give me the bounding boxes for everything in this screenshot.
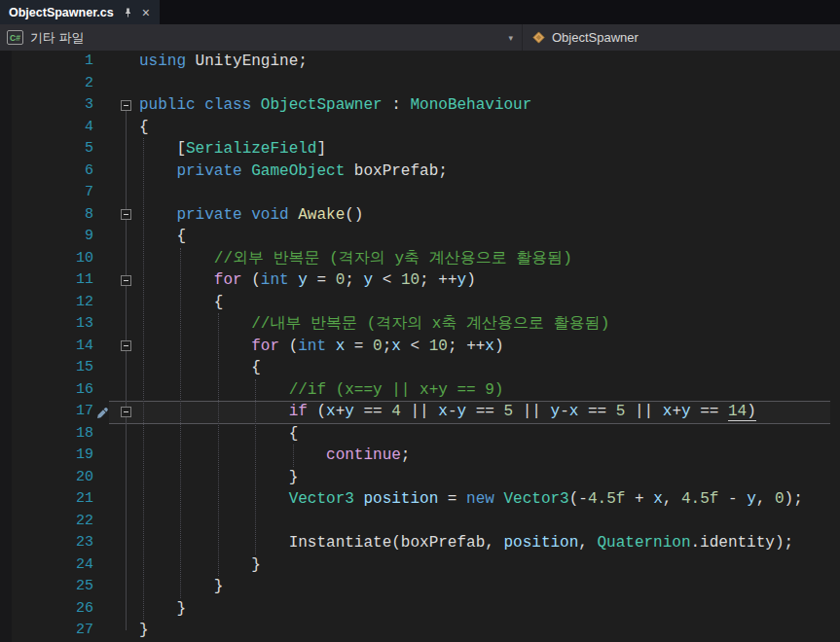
fold-toggle[interactable]	[121, 209, 131, 220]
vs-editor-window: ObjectSpawner.cs × C# 기타 파일 ▾ ObjectSpaw…	[0, 0, 840, 642]
code-text: }	[139, 576, 223, 598]
line-number[interactable]: 16	[14, 379, 93, 402]
code-editor[interactable]: 1using UnityEngine;23public class Object…	[0, 51, 840, 642]
class-icon	[531, 30, 546, 45]
code-lines: 1using UnityEngine;23public class Object…	[0, 51, 840, 642]
fold-toggle[interactable]	[121, 275, 131, 286]
line-number[interactable]: 11	[14, 269, 93, 292]
line-number[interactable]: 17	[14, 401, 93, 423]
code-text: for (int y = 0; y < 10; ++y)	[139, 269, 476, 292]
code-text: Instantiate(boxPrefab, position, Quatern…	[139, 532, 793, 554]
tab-title: ObjectSpawner.cs	[9, 6, 114, 19]
tab-objectspawner[interactable]: ObjectSpawner.cs ×	[0, 0, 160, 24]
pin-icon[interactable]	[123, 7, 133, 18]
project-name: 기타 파일	[30, 29, 85, 47]
code-text: using UnityEngine;	[139, 51, 308, 73]
line-number[interactable]: 24	[14, 554, 93, 577]
fold-toggle[interactable]	[121, 100, 131, 111]
line-number[interactable]: 4	[14, 117, 93, 139]
type-name: ObjectSpawner	[552, 30, 639, 45]
tab-bar: ObjectSpawner.cs ×	[0, 0, 840, 24]
line-number[interactable]: 1	[14, 51, 93, 73]
line-number[interactable]: 14	[14, 336, 93, 358]
code-text: {	[139, 423, 298, 446]
line-number[interactable]: 25	[14, 576, 93, 598]
code-text: for (int x = 0;x < 10; ++x)	[139, 336, 504, 358]
code-text: [SerializeField]	[139, 138, 326, 160]
line-number[interactable]: 18	[14, 423, 93, 446]
line-number[interactable]: 23	[14, 532, 93, 554]
code-text: //내부 반복문 (격자의 x축 계산용으로 활용됨)	[139, 313, 609, 336]
line-number[interactable]: 21	[14, 488, 93, 511]
outline-line	[126, 111, 127, 630]
code-text: {	[139, 357, 261, 379]
line-number[interactable]: 3	[14, 94, 93, 117]
line-number[interactable]: 8	[14, 204, 93, 227]
code-text: }	[139, 620, 149, 642]
code-line[interactable]: 1using UnityEngine;	[0, 51, 840, 73]
close-icon[interactable]: ×	[142, 6, 150, 19]
navigation-bar: C# 기타 파일 ▾ ObjectSpawner	[0, 24, 840, 51]
csharp-file-icon: C#	[7, 30, 23, 45]
line-number[interactable]: 22	[14, 511, 93, 533]
code-text: if (x+y == 4 || x-y == 5 || y-x == 5 || …	[139, 401, 756, 423]
line-number[interactable]: 15	[14, 357, 93, 379]
line-number[interactable]: 2	[14, 73, 93, 95]
fold-toggle[interactable]	[121, 407, 131, 417]
line-number[interactable]: 27	[14, 620, 93, 642]
fold-toggle[interactable]	[121, 340, 131, 351]
code-text: }	[139, 554, 261, 577]
code-text: //if (x==y || x+y == 9)	[139, 379, 503, 402]
line-number[interactable]: 13	[14, 313, 93, 336]
code-text: {	[139, 292, 223, 314]
code-text: continue;	[139, 445, 410, 467]
code-text: }	[139, 467, 298, 489]
line-number[interactable]: 12	[14, 292, 93, 314]
code-text: {	[139, 117, 149, 139]
code-text: public class ObjectSpawner : MonoBehavio…	[139, 94, 531, 117]
project-dropdown[interactable]: C# 기타 파일 ▾	[0, 24, 522, 51]
code-text: //외부 반복문 (격자의 y축 계산용으로 활용됨)	[139, 248, 572, 270]
chevron-down-icon: ▾	[508, 33, 513, 43]
line-number[interactable]: 9	[14, 226, 93, 248]
pen-cursor-icon	[96, 405, 109, 427]
line-number[interactable]: 26	[14, 598, 93, 621]
line-number[interactable]: 6	[14, 160, 93, 183]
code-text: }	[139, 598, 186, 621]
line-number[interactable]: 19	[14, 445, 93, 467]
line-number[interactable]: 20	[14, 467, 93, 489]
code-text: private GameObject boxPrefab;	[139, 160, 448, 183]
code-text: private void Awake()	[139, 204, 363, 227]
type-dropdown[interactable]: ObjectSpawner	[523, 24, 840, 51]
code-text: {	[139, 226, 186, 248]
code-text: Vector3 position = new Vector3(-4.5f + x…	[139, 488, 803, 511]
line-number[interactable]: 10	[14, 248, 93, 270]
line-number[interactable]: 7	[14, 182, 93, 204]
code-line[interactable]: 2	[0, 73, 840, 95]
line-number[interactable]: 5	[14, 138, 93, 160]
